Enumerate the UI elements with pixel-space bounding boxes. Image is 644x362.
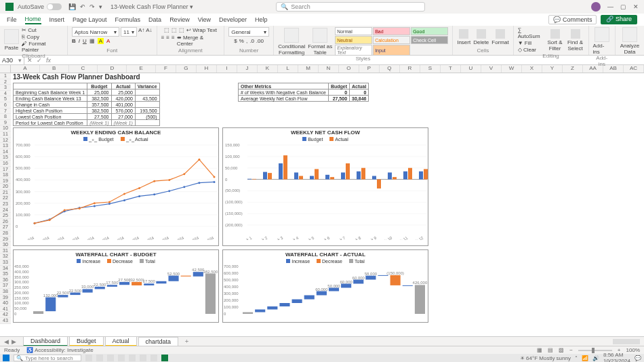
style-normal[interactable]: Normal	[335, 27, 372, 35]
tray-chevron-icon[interactable]: ˄	[575, 355, 578, 361]
analyze-data-button[interactable]: Analyze Data	[620, 27, 640, 55]
align-left-icon[interactable]: ≡	[161, 35, 165, 47]
chart-net-cash[interactable]: WEEKLY NET CASH FLOW Budget Actual (200,…	[222, 127, 428, 246]
underline-button[interactable]: U	[83, 38, 87, 44]
tab-nav-next-icon[interactable]: ▶	[12, 338, 16, 345]
tab-page-layout[interactable]: Page Layout	[73, 16, 107, 23]
enter-formula-icon[interactable]: ✓	[37, 57, 42, 64]
qat-dropdown-icon[interactable]: ▾	[99, 3, 102, 10]
style-check[interactable]: Check Cell	[411, 36, 448, 44]
increase-decimal-icon[interactable]: .0	[249, 38, 254, 44]
chart-waterfall-actual[interactable]: WATERFALL CHART - ACTUAL Increase Decrea…	[222, 249, 428, 323]
cell-styles-gallery[interactable]: Normal Bad Good Neutral Calculation Chec…	[335, 27, 448, 56]
user-avatar-icon[interactable]	[591, 2, 601, 12]
redo-icon[interactable]: ↷	[89, 3, 95, 10]
align-right-icon[interactable]: ≡	[172, 35, 175, 47]
toggle-icon[interactable]	[47, 3, 62, 10]
taskbar-search[interactable]: 🔍Type here to search	[14, 355, 81, 361]
currency-icon[interactable]: $	[234, 38, 237, 44]
align-middle-icon[interactable]: ⬚	[172, 27, 177, 33]
maximize-icon[interactable]: ▢	[620, 3, 626, 10]
grid-area[interactable]: 13-Week Cash Flow Planner Dashboard Budg…	[11, 73, 644, 324]
addins-button[interactable]: Add-ins	[593, 27, 611, 55]
tab-help[interactable]: Help	[255, 16, 268, 23]
sheet-tab-chartdata[interactable]: chartdata	[138, 337, 179, 346]
sort-filter-button[interactable]: Sort & Filter	[546, 29, 564, 52]
font-name-dropdown[interactable]: Aptos Narrow▾	[72, 27, 119, 37]
comments-button[interactable]: 💬 Comments	[548, 15, 597, 24]
shrink-font-icon[interactable]: A↓	[146, 27, 152, 37]
conditional-formatting-button[interactable]: Conditional Formatting	[278, 28, 305, 56]
hscroll-track[interactable]	[613, 339, 640, 344]
tray-clock[interactable]: 8:56 AM10/23/2024	[603, 352, 630, 362]
save-icon[interactable]: 💾	[68, 3, 76, 10]
tray-network-icon[interactable]: 📶	[582, 355, 588, 361]
app-icon[interactable]	[118, 355, 125, 361]
weather-widget[interactable]: ☀ 64°F Mostly sunny	[520, 355, 571, 361]
clear-button[interactable]: ◇ Clear	[518, 47, 544, 53]
autosave-toggle[interactable]: AutoSave	[18, 3, 62, 10]
tab-home[interactable]: Home	[25, 16, 41, 24]
add-sheet-icon[interactable]: ＋	[184, 337, 190, 346]
autosum-button[interactable]: ∑ AutoSum	[518, 27, 544, 39]
app-icon[interactable]	[96, 355, 103, 361]
tab-formulas[interactable]: Formulas	[115, 16, 141, 23]
tab-data[interactable]: Data	[148, 16, 161, 23]
merge-center-button[interactable]: ⬌ Merge & Center	[177, 35, 220, 47]
row-headers[interactable]: 1234567891011121314151617181920212223242…	[0, 73, 11, 324]
app-icon[interactable]	[129, 355, 136, 361]
percent-icon[interactable]: %	[239, 38, 244, 44]
style-neutral[interactable]: Neutral	[335, 36, 372, 44]
undo-icon[interactable]: ↶	[80, 3, 85, 10]
filename[interactable]: 13-Week Cash Flow Planner ▾	[110, 3, 193, 10]
bold-button[interactable]: B	[72, 38, 76, 44]
app-icon[interactable]	[140, 355, 146, 361]
copy-button[interactable]: ⎘ Copy	[22, 34, 63, 40]
close-icon[interactable]: ✕	[633, 3, 639, 10]
align-center-icon[interactable]: ≡	[166, 35, 169, 47]
tab-developer[interactable]: Developer	[219, 16, 247, 23]
minimize-icon[interactable]: —	[607, 3, 613, 10]
style-good[interactable]: Good	[411, 27, 448, 35]
font-color-button[interactable]: A	[106, 38, 110, 44]
chart-waterfall-budget[interactable]: WATERFALL CHART - BUDGET Increase Decrea…	[13, 249, 219, 323]
fill-color-button[interactable]: A	[98, 38, 104, 44]
style-bad[interactable]: Bad	[373, 27, 410, 35]
find-select-button[interactable]: Find & Select	[567, 29, 584, 52]
fx-icon[interactable]: fx	[46, 57, 51, 64]
format-cells-button[interactable]: Format	[491, 29, 508, 45]
share-button[interactable]: 🔗 Share	[601, 15, 637, 24]
app-icon[interactable]	[150, 355, 157, 361]
tab-view[interactable]: View	[198, 16, 211, 23]
wrap-text-button[interactable]: ↩ Wrap Text	[186, 27, 217, 33]
zoom-slider[interactable]	[578, 350, 612, 351]
app-icon[interactable]	[107, 355, 114, 361]
border-button[interactable]: ▦	[89, 38, 95, 44]
paste-button[interactable]: Paste	[4, 29, 19, 51]
format-table-button[interactable]: Format as Table	[308, 28, 332, 56]
tab-review[interactable]: Review	[169, 16, 190, 23]
fill-button[interactable]: ▼ Fill	[518, 40, 544, 46]
font-size-dropdown[interactable]: 11▾	[121, 27, 137, 37]
chart-ending-cash[interactable]: WEEKLY ENDING CASH BALANCE ⎯⬦⎯ Budget ⎯⬦…	[13, 127, 219, 246]
style-input[interactable]: Input	[373, 45, 410, 56]
excel-taskbar-icon[interactable]	[161, 355, 168, 361]
align-bottom-icon[interactable]: ⬚	[179, 27, 184, 33]
name-box[interactable]: A30 ▾	[0, 56, 24, 64]
start-button-icon[interactable]	[3, 355, 9, 361]
format-painter-button[interactable]: 🖌 Format Painter	[22, 41, 63, 53]
search-box[interactable]: 🔍 Search	[276, 2, 425, 12]
style-calc[interactable]: Calculation	[373, 36, 410, 44]
notifications-icon[interactable]: 💬	[635, 355, 641, 361]
align-top-icon[interactable]: ⬚	[164, 27, 169, 33]
tab-nav-prev-icon[interactable]: ◀	[4, 338, 9, 345]
cancel-formula-icon[interactable]: ✕	[27, 57, 33, 64]
sheet-tab-actual[interactable]: Actual	[105, 336, 137, 346]
sheet-tab-budget[interactable]: Budget	[69, 336, 104, 346]
tray-volume-icon[interactable]: 🔊	[592, 355, 599, 361]
number-format-dropdown[interactable]: General▾	[228, 27, 269, 37]
style-explain[interactable]: Explanatory Text	[335, 45, 372, 56]
decrease-decimal-icon[interactable]: .00	[256, 38, 264, 44]
cut-button[interactable]: ✂ Cut	[22, 27, 63, 33]
delete-cells-button[interactable]: Delete	[473, 29, 489, 45]
